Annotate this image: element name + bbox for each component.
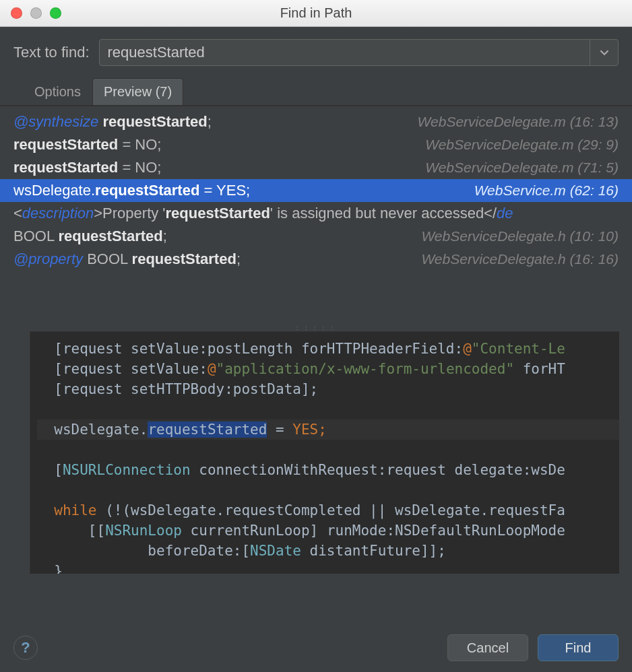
splitter-handle[interactable]: : : : : : bbox=[13, 325, 619, 330]
text-to-find-label: Text to find: bbox=[13, 44, 90, 61]
result-location: WebServiceDelegate.m (29: 9) bbox=[425, 137, 619, 153]
cancel-button[interactable]: Cancel bbox=[447, 634, 528, 661]
search-combo bbox=[99, 39, 619, 66]
footer: ? Cancel Find bbox=[0, 624, 632, 672]
search-input[interactable] bbox=[100, 40, 590, 65]
result-location: WebServiceDelegate.m (16: 13) bbox=[418, 114, 619, 130]
help-button[interactable]: ? bbox=[13, 636, 38, 660]
tabs: Options Preview (7) bbox=[13, 78, 619, 105]
result-location: WebServiceDelegate.m (71: 5) bbox=[425, 160, 619, 176]
result-location: WebService.m (62: 16) bbox=[474, 182, 619, 199]
results-list: @synthesize requestStarted;WebServiceDel… bbox=[0, 106, 632, 271]
result-row[interactable]: BOOL requestStarted;WebServiceDelegate.h… bbox=[0, 225, 632, 248]
result-row[interactable]: <description>Property 'requestStarted' i… bbox=[0, 202, 632, 225]
code-preview[interactable]: [request setValue:postLength forHTTPHead… bbox=[30, 331, 619, 574]
titlebar: Find in Path bbox=[0, 0, 632, 27]
tab-preview[interactable]: Preview (7) bbox=[92, 78, 183, 105]
result-row[interactable]: requestStarted = NO;WebServiceDelegate.m… bbox=[0, 133, 632, 156]
tab-options[interactable]: Options bbox=[23, 78, 92, 105]
result-row[interactable]: requestStarted = NO;WebServiceDelegate.m… bbox=[0, 156, 632, 179]
result-location: WebServiceDelegate.h (10: 10) bbox=[421, 228, 619, 244]
find-button[interactable]: Find bbox=[538, 634, 619, 661]
result-row[interactable]: @property BOOL requestStarted;WebService… bbox=[0, 248, 632, 271]
chevron-down-icon bbox=[600, 48, 609, 57]
search-history-dropdown[interactable] bbox=[590, 40, 618, 65]
result-row[interactable]: @synthesize requestStarted;WebServiceDel… bbox=[0, 110, 632, 133]
result-location: WebServiceDelegate.h (16: 16) bbox=[421, 251, 619, 267]
result-row[interactable]: wsDelegate.requestStarted = YES;WebServi… bbox=[0, 179, 632, 202]
window-title: Find in Path bbox=[0, 5, 632, 21]
